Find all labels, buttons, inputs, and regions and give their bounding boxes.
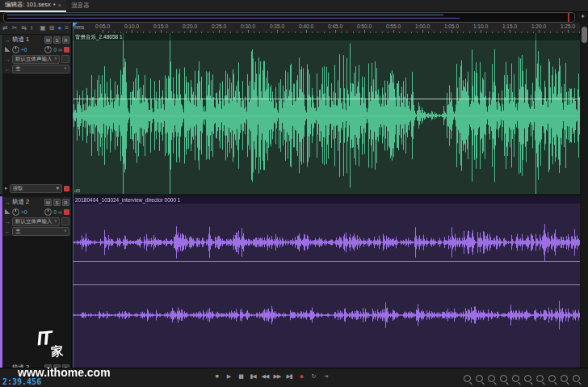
clip1-title[interactable]: 背景音乐_2.48658 1	[73, 33, 580, 40]
track1-volume-knob[interactable]	[12, 46, 19, 53]
tab-mixer[interactable]: 混音器	[66, 1, 94, 11]
ruler-tick-label: 0:45.0	[321, 23, 350, 29]
ruler-tick-label: 0:10.0	[117, 23, 146, 29]
playhead-marker-icon[interactable]	[73, 23, 78, 27]
stop-button[interactable]: ■	[212, 372, 221, 381]
ruler-tick-label: 0:30.0	[233, 23, 262, 29]
chevron-right-icon: ›	[65, 228, 66, 234]
snapshot-icon[interactable]: ▣	[40, 23, 46, 34]
track1-io-settings-button[interactable]	[61, 55, 69, 63]
playhead-line[interactable]	[73, 23, 74, 368]
chevron-right-icon: ›	[55, 56, 57, 62]
play-button[interactable]: ▶	[224, 372, 233, 381]
zoom-to-selection-icon[interactable]	[512, 375, 519, 382]
track2-input-select[interactable]: 默认立体声输入 ›	[12, 217, 60, 226]
fast-forward-button[interactable]: ▶▶	[272, 372, 282, 381]
track2-waveform[interactable]	[73, 196, 580, 368]
link-channels-icon[interactable]: ∞	[58, 47, 62, 53]
link-channels-icon[interactable]: ∞	[58, 209, 62, 215]
panel-menu-icon[interactable]: ✦	[578, 12, 587, 22]
track2-pan-value[interactable]: 0	[53, 209, 57, 215]
metronome-icon[interactable]: ●	[57, 23, 61, 34]
track1-waveform[interactable]	[73, 33, 580, 194]
zoom-tool-group	[459, 375, 580, 382]
track2-name[interactable]: 轨道 2	[12, 198, 29, 206]
track2-record-arm-indicator[interactable]	[64, 209, 69, 215]
track1-pan-knob[interactable]	[44, 46, 52, 53]
chevron-right-icon: ›	[65, 65, 66, 72]
track2-mute-button[interactable]: M	[44, 199, 52, 206]
close-icon[interactable]: ×	[58, 2, 62, 9]
input-arrow-icon: →	[5, 219, 10, 225]
track1-input-select[interactable]: 默认立体声输入 ›	[12, 55, 60, 64]
skip-to-start-button[interactable]: ▮◀	[248, 372, 258, 381]
track1-solo-button[interactable]: S	[53, 36, 61, 44]
clip2-title[interactable]: 20180404_103024_interview_director 0000 …	[73, 196, 580, 204]
vertical-scrollbar[interactable]	[581, 23, 588, 368]
hand-scroll-icon[interactable]	[573, 375, 580, 382]
track1-mute-button[interactable]: M	[44, 36, 52, 44]
zoom-out-vertical-icon[interactable]	[500, 375, 507, 382]
output-arrow-icon: ←	[5, 229, 10, 234]
skip-selection-button[interactable]: ⇥	[321, 372, 330, 381]
track1-pan-value[interactable]: 0	[53, 47, 57, 53]
drag-handle-icon[interactable]: ↔	[5, 200, 10, 205]
ruler-tick-label: 0:50.0	[350, 23, 379, 29]
ruler-tick-label: 0:40.0	[292, 23, 321, 29]
track1-name[interactable]: 轨道 1	[12, 36, 29, 44]
track1-automation-mode-select[interactable]: 读取 ▾	[10, 184, 62, 193]
grid-icon[interactable]: ⊞	[49, 23, 55, 34]
zoom-in-icon[interactable]	[524, 375, 531, 382]
razor-tool-icon[interactable]: ✂	[12, 23, 18, 34]
track1-audio-clip[interactable]: 背景音乐_2.48658 1 dB	[73, 33, 580, 194]
vertical-scrollbar-thumb[interactable]	[582, 27, 587, 43]
tab-mixer-label: 混音器	[71, 2, 90, 10]
drag-handle-icon[interactable]: ↔	[5, 37, 10, 43]
track1-arm-button[interactable]: R	[62, 36, 69, 44]
volume-meter-icon	[5, 209, 10, 214]
time-selection-tool-icon[interactable]: I	[31, 23, 32, 34]
zoom-navigator-bar[interactable]	[3, 12, 575, 23]
skip-to-end-button[interactable]: ▶▮	[284, 372, 294, 381]
input-arrow-icon: →	[5, 57, 10, 62]
track1-volume-value[interactable]: +0	[21, 47, 27, 53]
pause-button[interactable]: ▮▮	[236, 372, 246, 381]
track2-volume-knob[interactable]	[12, 208, 19, 216]
zoom-in-horizontal-icon[interactable]	[464, 375, 471, 382]
zoom-in-vertical-icon[interactable]	[488, 375, 495, 382]
tool-group-left: ⇄✂⇆I	[2, 23, 32, 34]
loop-playback-button[interactable]: ↻	[309, 372, 318, 381]
rewind-button[interactable]: ◀◀	[260, 372, 270, 381]
tab-editor[interactable]: 编辑器: 101.sesx * ×	[0, 0, 66, 12]
automation-expand-icon[interactable]: ▸	[5, 185, 8, 191]
volume-meter-icon	[5, 47, 10, 52]
track1-output-select[interactable]: 主 ›	[12, 65, 69, 74]
record-button[interactable]: ●	[296, 372, 306, 381]
track2-volume-value[interactable]: +0	[21, 209, 27, 215]
track1-record-arm-indicator[interactable]	[64, 47, 69, 53]
track2-arm-button[interactable]: R	[62, 199, 69, 206]
navigator-right-handle[interactable]	[568, 13, 569, 22]
snap-icon[interactable]: ≡	[65, 23, 69, 34]
ruler-tick-label: 1:15.0	[495, 23, 524, 29]
watermark-url: www.ithome.com	[18, 366, 111, 379]
track2-audio-clip[interactable]: 20180404_103024_interview_director 0000 …	[73, 196, 580, 368]
track1-automation-row: ▸ 读取 ▾	[3, 183, 71, 193]
logo-home-text: 家	[50, 343, 64, 360]
logo-it-text: IT	[36, 326, 52, 350]
ruler-tick-label: 1:05.0	[437, 23, 466, 29]
track2-output-label: 主	[15, 228, 21, 234]
automation-record-indicator[interactable]	[64, 186, 69, 191]
track2-solo-button[interactable]: S	[53, 199, 61, 206]
zoom-out-horizontal-icon[interactable]	[476, 375, 483, 382]
track1-header: ↔ 轨道 1 M S R +0 0 ∞ → 默认立体声输入 › ←	[3, 35, 71, 74]
track2-pan-knob[interactable]	[44, 208, 52, 216]
zoom-out-icon[interactable]	[536, 375, 544, 382]
timeline-ruler[interactable]: hms 0:05.00:10.00:15.00:20.00:25.00:30.0…	[73, 23, 580, 34]
zoom-reset-icon[interactable]	[561, 375, 568, 382]
move-tool-icon[interactable]: ⇄	[2, 23, 8, 34]
slip-tool-icon[interactable]: ⇆	[21, 23, 27, 34]
zoom-full-icon[interactable]	[548, 375, 556, 382]
track2-output-select[interactable]: 主 ›	[12, 227, 69, 236]
track2-io-settings-button[interactable]	[61, 217, 69, 225]
